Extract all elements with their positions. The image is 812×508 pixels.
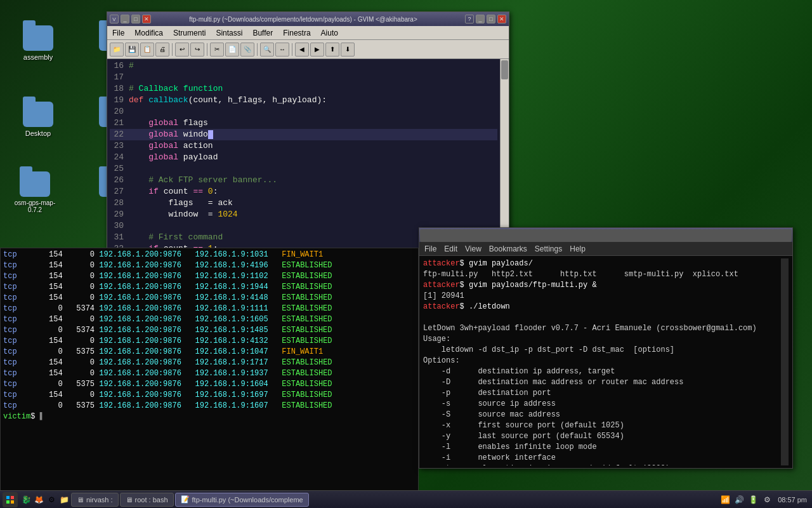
taskbar-icon-2[interactable]: 🦊 xyxy=(33,494,44,505)
app-label-gvim: ftp-multi.py (~Downloads/compleme xyxy=(192,496,303,504)
taskbar-app-nirvash[interactable]: 🖥 nirvash : xyxy=(71,493,119,507)
toolbar-print[interactable]: 🖨 xyxy=(155,43,169,57)
help-btn[interactable]: ? xyxy=(465,15,474,23)
netstat-row-14: tcp 154 0 192.168.1.200:9876 192.168.1.9… xyxy=(3,390,416,401)
bottom-terminal: tcp 154 0 192.168.1.200:9876 192.168.1.9… xyxy=(0,248,419,495)
toolbar-nav1[interactable]: ◀ xyxy=(295,43,309,57)
menu-modifica[interactable]: Modifica xyxy=(132,27,166,39)
toolbar-nav2[interactable]: ▶ xyxy=(310,43,324,57)
toolbar-save[interactable]: 💾 xyxy=(125,43,139,57)
code-line-18: 18 # Callback function xyxy=(110,83,497,95)
toolbar-paste[interactable]: 📎 xyxy=(240,43,254,57)
bottom-term-content[interactable]: tcp 154 0 192.168.1.200:9876 192.168.1.9… xyxy=(1,248,418,495)
code-line-23: 23 global action xyxy=(110,140,497,152)
menu-sintassi[interactable]: Sintassi xyxy=(213,27,245,39)
term-line-opt-d: -d destination ip address, target xyxy=(423,366,781,377)
toolbar-save2[interactable]: 📋 xyxy=(140,43,154,57)
close-button[interactable]: ✕ xyxy=(142,15,151,23)
desktop-icon-osm[interactable]: osm-gps-map-0.7.2 xyxy=(10,171,60,213)
nirvash-menu-edit[interactable]: Edit xyxy=(444,244,457,253)
nirvash-content: attacker$ gvim payloads/ ftp-multi.py ht… xyxy=(419,256,792,468)
toolbar-open[interactable]: 📁 xyxy=(110,43,124,57)
bottom-prompt: victim$ ▌ xyxy=(3,411,416,422)
taskbar-app-gvim[interactable]: 📝 ftp-multi.py (~Downloads/compleme xyxy=(175,493,309,507)
nirvash-text-area[interactable]: attacker$ gvim payloads/ ftp-multi.py ht… xyxy=(423,258,781,465)
toolbar-find[interactable]: 🔍 xyxy=(260,43,274,57)
netstat-row-1: tcp 154 0 192.168.1.200:9876 192.168.1.9… xyxy=(3,250,416,260)
minimize-button[interactable]: _ xyxy=(121,15,129,23)
term-line-opt-y: -y last source port (default 65534) xyxy=(423,431,781,442)
close-btn2[interactable]: ✕ xyxy=(497,15,506,23)
cursor xyxy=(208,130,213,139)
icon-label: Desktop xyxy=(25,130,51,137)
nirvash-menu-help[interactable]: Help xyxy=(570,244,586,253)
nirvash-menu-settings[interactable]: Settings xyxy=(535,244,562,253)
taskbar-start-button[interactable] xyxy=(3,492,18,507)
netstat-row-9: tcp 154 0 192.168.1.200:9876 192.168.1.9… xyxy=(3,336,416,347)
taskbar-icon-3[interactable]: ⚙ xyxy=(46,494,57,505)
tray-network-icon[interactable]: 📶 xyxy=(719,494,731,505)
toolbar-redo[interactable]: ↪ xyxy=(190,43,204,57)
tray-volume-icon[interactable]: 🔊 xyxy=(733,494,745,505)
term-line-usage-cmd: letdown -d dst_ip -p dst_port -D dst_mac… xyxy=(423,345,781,356)
svg-rect-3 xyxy=(11,500,14,504)
netstat-row-12: tcp 154 0 192.168.1.200:9876 192.168.1.9… xyxy=(3,368,416,379)
code-line-20: 20 xyxy=(110,106,497,117)
netstat-row-3: tcp 154 0 192.168.1.200:9876 192.168.1.9… xyxy=(3,271,416,282)
term-line-opt-t: -t sleep time in microseconds (default 1… xyxy=(423,464,781,465)
code-line-25: 25 xyxy=(110,163,497,175)
term-line-5: attacker$ ./letdown xyxy=(423,302,781,312)
folder-icon xyxy=(23,102,53,127)
app-icon-gvim: 📝 xyxy=(181,495,190,504)
tray-settings-icon[interactable]: ⚙ xyxy=(761,494,773,505)
code-line-28: 28 flags = ack xyxy=(110,197,497,209)
toolbar-nav4[interactable]: ⬇ xyxy=(341,43,355,57)
taskbar-app-root-bash[interactable]: 🖥 root : bash xyxy=(120,493,174,507)
menu-strumenti[interactable]: Strumenti xyxy=(171,27,208,39)
nirvash-menu-file[interactable]: File xyxy=(424,244,436,253)
netstat-row-6: tcp 0 5374 192.168.1.200:9876 192.168.1.… xyxy=(3,304,416,314)
icon-label: osm-gps-map-0.7.2 xyxy=(15,199,55,213)
netstat-row-4: tcp 154 0 192.168.1.200:9876 192.168.1.9… xyxy=(3,282,416,293)
taskbar: 🐉 🦊 ⚙ 📁 🖥 nirvash : 🖥 root : bash 📝 ftp-… xyxy=(0,490,812,508)
start-icon xyxy=(6,495,15,504)
toolbar-replace[interactable]: ↔ xyxy=(275,43,289,57)
svg-rect-1 xyxy=(11,496,14,499)
nirvash-menu-bookmarks[interactable]: Bookmarks xyxy=(489,244,527,253)
menu-aiuto[interactable]: Aiuto xyxy=(318,27,341,39)
maximize-button[interactable]: □ xyxy=(131,15,140,23)
term-line-4: [1] 20941 xyxy=(423,291,781,302)
term-line-2: ftp-multi.py http2.txt http.txt smtp-mul… xyxy=(423,269,781,280)
max-btn2[interactable]: □ xyxy=(487,15,495,23)
toolbar-cut[interactable]: ✂ xyxy=(210,43,224,57)
toolbar-undo[interactable]: ↩ xyxy=(175,43,189,57)
toolbar-copy[interactable]: 📄 xyxy=(225,43,239,57)
term-line-letdown: LetDown 3wh+payload flooder v0.7.7 - Acr… xyxy=(423,323,781,334)
term-line-opt-D: -D destination mac address or router mac… xyxy=(423,377,781,388)
nirvash-scrollbar[interactable] xyxy=(781,258,789,465)
code-line-16: 16 # xyxy=(110,60,497,72)
scrollbar-thumb[interactable] xyxy=(501,60,508,79)
tray-battery-icon[interactable]: 🔋 xyxy=(747,494,759,505)
taskbar-icon-1[interactable]: 🐉 xyxy=(20,494,32,505)
desktop-icon-desktop[interactable]: Desktop xyxy=(13,102,63,137)
desktop-icon-assembly[interactable]: assembly xyxy=(13,25,63,61)
code-line-24: 24 global payload xyxy=(110,152,497,163)
term-line-opt-i: -i network interface xyxy=(423,453,781,464)
menu-finestra[interactable]: Finestra xyxy=(280,27,313,39)
min-btn2[interactable]: _ xyxy=(476,15,485,23)
term-line-blank xyxy=(423,312,781,323)
svg-rect-2 xyxy=(6,500,10,504)
nirvash-menu-view[interactable]: View xyxy=(465,244,481,253)
taskbar-icon-4[interactable]: 📁 xyxy=(58,494,70,505)
taskbar-time: 08:57 pm xyxy=(775,496,809,504)
toolbar-nav3[interactable]: ⬆ xyxy=(325,43,339,57)
term-line-opt-p: -p destination port xyxy=(423,388,781,399)
netstat-row-15: tcp 0 5375 192.168.1.200:9876 192.168.1.… xyxy=(3,401,416,411)
gvim-titlebar: V _ □ ✕ ftp-multi.py (~Downloads/complem… xyxy=(107,12,509,26)
code-line-27: 27 if count == 0: xyxy=(110,186,497,197)
menu-file[interactable]: File xyxy=(110,27,127,39)
netstat-row-10: tcp 0 5375 192.168.1.200:9876 192.168.1.… xyxy=(3,347,416,358)
menu-buffer[interactable]: Buffer xyxy=(250,27,275,39)
toolbar-sep1 xyxy=(172,43,173,56)
